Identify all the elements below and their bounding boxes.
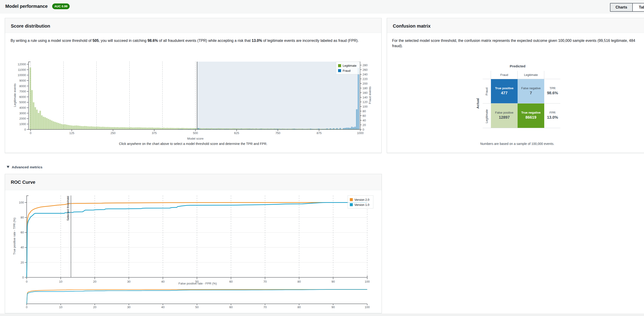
- svg-text:20: 20: [93, 280, 96, 283]
- svg-text:80: 80: [21, 216, 24, 219]
- svg-text:Legitimate events: Legitimate events: [13, 84, 16, 107]
- svg-text:30: 30: [127, 305, 130, 309]
- svg-text:0: 0: [26, 280, 27, 283]
- svg-text:70: 70: [264, 280, 266, 283]
- svg-text:40: 40: [21, 246, 24, 249]
- svg-text:250: 250: [110, 131, 116, 135]
- svg-text:80: 80: [298, 280, 301, 283]
- svg-text:375: 375: [152, 131, 157, 135]
- svg-text:100: 100: [363, 105, 368, 108]
- svg-text:10: 10: [59, 305, 62, 309]
- svg-text:3000: 3000: [19, 112, 26, 115]
- svg-text:0: 0: [30, 131, 31, 135]
- svg-text:1000: 1000: [19, 122, 26, 126]
- svg-text:Model score: Model score: [187, 137, 204, 140]
- svg-text:90: 90: [332, 305, 335, 309]
- svg-text:220: 220: [363, 77, 368, 81]
- svg-text:70: 70: [264, 305, 266, 309]
- svg-text:625: 625: [234, 131, 239, 135]
- svg-text:100: 100: [365, 305, 370, 309]
- svg-text:12000: 12000: [18, 63, 26, 66]
- svg-text:4000: 4000: [19, 106, 26, 110]
- svg-text:100: 100: [365, 280, 370, 283]
- svg-text:30: 30: [127, 280, 130, 283]
- svg-text:20: 20: [21, 261, 24, 264]
- svg-text:10: 10: [59, 280, 62, 283]
- svg-text:0: 0: [363, 128, 364, 131]
- svg-text:60: 60: [230, 305, 232, 309]
- svg-text:8000: 8000: [19, 84, 26, 88]
- svg-text:120: 120: [363, 100, 368, 104]
- svg-text:Version 1.0: Version 1.0: [354, 203, 369, 206]
- svg-text:125: 125: [69, 131, 74, 135]
- svg-text:80: 80: [298, 305, 301, 309]
- svg-text:9000: 9000: [19, 79, 26, 82]
- svg-text:160: 160: [363, 91, 368, 95]
- svg-text:False positive rate - FPR (%): False positive rate - FPR (%): [178, 282, 217, 285]
- svg-text:Version 2.0: Version 2.0: [354, 198, 369, 201]
- svg-text:40: 40: [161, 305, 164, 309]
- svg-text:90: 90: [332, 280, 335, 283]
- svg-text:5000: 5000: [19, 101, 26, 104]
- svg-text:260: 260: [363, 68, 368, 72]
- svg-text:180: 180: [363, 87, 368, 90]
- svg-text:1000: 1000: [357, 131, 364, 135]
- svg-text:875: 875: [316, 131, 322, 135]
- svg-text:10000: 10000: [18, 73, 26, 77]
- svg-text:Fraud events: Fraud events: [368, 87, 372, 104]
- svg-text:2000: 2000: [19, 117, 26, 120]
- svg-text:7000: 7000: [19, 90, 26, 93]
- svg-text:Fraud: Fraud: [343, 69, 350, 73]
- svg-text:6000: 6000: [19, 95, 26, 99]
- svg-text:0: 0: [22, 276, 24, 279]
- svg-text:20: 20: [93, 305, 96, 309]
- svg-text:0: 0: [24, 128, 26, 131]
- svg-text:100: 100: [19, 201, 24, 204]
- svg-text:0: 0: [26, 305, 27, 309]
- svg-text:11000: 11000: [18, 68, 26, 72]
- svg-text:280: 280: [363, 64, 368, 67]
- svg-text:20: 20: [363, 123, 366, 127]
- svg-text:True positive rate - TPR (%): True positive rate - TPR (%): [13, 218, 16, 255]
- svg-text:60: 60: [230, 280, 232, 283]
- svg-text:60: 60: [21, 231, 24, 234]
- svg-text:Selected threshold: Selected threshold: [66, 196, 70, 221]
- svg-text:Legitimate: Legitimate: [343, 64, 356, 67]
- svg-text:500: 500: [193, 131, 198, 135]
- svg-text:200: 200: [363, 82, 368, 85]
- svg-text:750: 750: [275, 131, 280, 135]
- svg-text:240: 240: [363, 73, 368, 76]
- svg-text:50: 50: [195, 305, 198, 309]
- svg-text:80: 80: [363, 110, 366, 113]
- svg-text:40: 40: [161, 280, 164, 283]
- svg-text:40: 40: [363, 119, 366, 122]
- svg-text:60: 60: [363, 114, 366, 118]
- svg-text:140: 140: [363, 96, 368, 99]
